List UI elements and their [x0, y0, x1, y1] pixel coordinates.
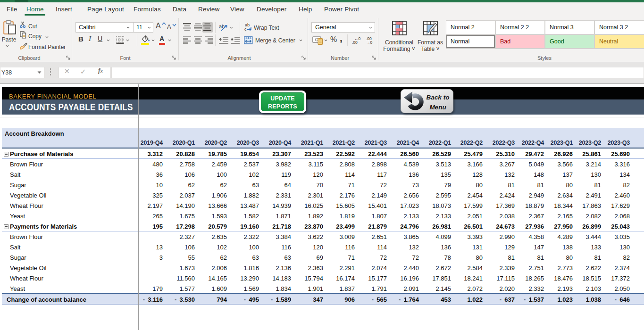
svg-text:c: c [244, 27, 247, 32]
svg-text:→0: →0 [366, 40, 373, 44]
svg-text:.00: .00 [352, 40, 358, 44]
